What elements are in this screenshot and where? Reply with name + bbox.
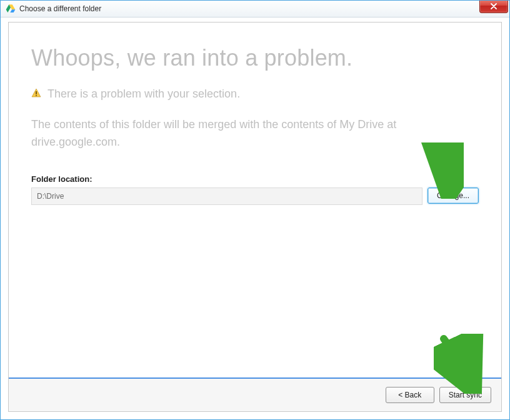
folder-path-field: D:\Drive	[31, 188, 422, 205]
folder-path-row: D:\Drive Change...	[31, 188, 479, 205]
back-button[interactable]: < Back	[386, 387, 434, 403]
warning-text: There is a problem with your selection.	[48, 88, 240, 101]
folder-location-label: Folder location:	[31, 174, 479, 184]
page-heading: Whoops, we ran into a problem.	[31, 45, 479, 71]
svg-rect-5	[36, 95, 37, 96]
dialog-body: Whoops, we ran into a problem. There is …	[8, 22, 502, 412]
titlebar: Choose a different folder	[1, 1, 509, 18]
warning-row: There is a problem with your selection.	[31, 88, 479, 101]
google-drive-icon	[6, 4, 16, 14]
warning-icon	[31, 88, 41, 101]
svg-marker-1	[10, 9, 15, 12]
close-icon	[490, 3, 498, 9]
svg-rect-4	[36, 91, 37, 94]
change-button[interactable]: Change...	[428, 188, 479, 204]
close-button[interactable]	[479, 0, 508, 13]
dialog-footer: < Back Start sync	[9, 378, 501, 411]
start-sync-button[interactable]: Start sync	[439, 387, 491, 403]
dialog-window: Choose a different folder Whoops, we ran…	[0, 0, 510, 420]
description-text: The contents of this folder will be merg…	[31, 116, 479, 151]
window-title: Choose a different folder	[19, 4, 101, 13]
content-area: Whoops, we ran into a problem. There is …	[9, 22, 501, 205]
